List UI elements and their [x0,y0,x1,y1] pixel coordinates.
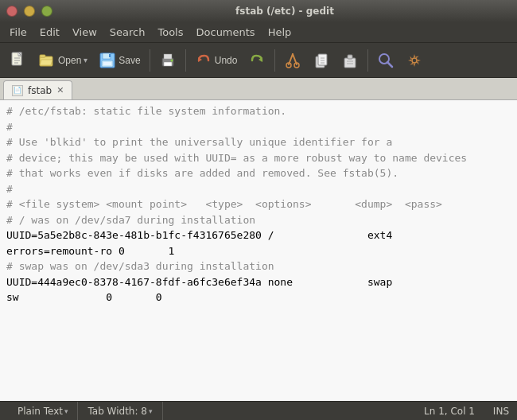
svg-rect-6 [40,55,45,57]
menu-file[interactable]: File [3,25,33,40]
save-button[interactable]: Save [94,49,145,72]
toolbar-separator-1 [150,49,150,72]
toolbar-separator-3 [274,49,275,72]
search-button[interactable] [372,49,399,72]
open-icon [38,52,56,69]
toolbar-separator-4 [367,49,368,72]
minimize-button[interactable] [24,6,35,17]
editor-area[interactable]: # /etc/fstab: static file system informa… [0,100,517,401]
menu-bar: File Edit View Search Tools Documents He… [0,22,517,43]
menu-documents[interactable]: Documents [190,25,262,40]
redo-icon [248,52,266,69]
svg-rect-28 [348,55,352,59]
svg-rect-11 [109,54,111,57]
cursor-position: Ln 1, Col 1 [424,406,475,417]
maximize-button[interactable] [41,6,52,17]
svg-rect-27 [344,58,356,68]
language-label: Plain Text [17,406,63,417]
language-selector[interactable]: Plain Text ▾ [8,402,78,420]
open-label: Open [58,55,81,66]
svg-rect-13 [164,54,172,59]
preferences-button[interactable] [401,49,428,72]
search-icon [377,52,395,69]
tab-fstab[interactable]: 📄 fstab ✕ [3,80,72,99]
svg-line-32 [387,62,392,67]
window-title: fstab (/etc) - gedit [59,6,511,17]
tab-label: fstab [28,85,52,96]
open-button[interactable]: Open ▾ [33,49,92,72]
tab-width-label: Tab Width: 8 [87,406,146,417]
menu-edit[interactable]: Edit [33,25,66,40]
new-icon [10,52,27,69]
menu-view[interactable]: View [66,25,103,40]
copy-icon [313,52,330,69]
paste-button[interactable] [336,49,363,72]
svg-rect-10 [103,62,111,65]
menu-search[interactable]: Search [103,25,152,40]
svg-point-15 [170,59,173,61]
close-button[interactable] [6,6,17,17]
print-button[interactable] [154,49,181,72]
insert-mode: INS [493,406,509,417]
new-button[interactable] [5,49,32,72]
tab-bar: 📄 fstab ✕ [0,78,517,100]
svg-rect-14 [164,62,172,66]
svg-rect-23 [318,54,327,65]
save-icon [99,52,116,69]
open-dropdown-arrow[interactable]: ▾ [84,56,87,64]
toolbar-separator-2 [185,49,186,72]
svg-point-33 [412,58,417,63]
toolbar: Open ▾ Save [0,43,517,78]
cursor-position-group: Ln 1, Col 1 INS [424,406,509,417]
print-icon [159,52,177,69]
language-dropdown-arrow: ▾ [64,407,68,415]
menu-tools[interactable]: Tools [151,25,189,40]
menu-help[interactable]: Help [262,25,298,40]
tab-file-icon: 📄 [12,85,23,96]
paste-icon [341,52,359,69]
status-bar: Plain Text ▾ Tab Width: 8 ▾ Ln 1, Col 1 … [0,401,517,420]
save-label: Save [119,55,140,66]
tab-width-dropdown-arrow: ▾ [149,407,153,415]
copy-button[interactable] [308,49,335,72]
cut-button[interactable] [279,49,306,72]
title-bar: fstab (/etc) - gedit [0,0,517,22]
editor-content: # /etc/fstab: static file system informa… [6,103,511,305]
undo-label: Undo [215,55,238,66]
cut-icon [284,52,301,69]
redo-button[interactable] [243,49,270,72]
tools-icon [406,52,423,69]
undo-button[interactable]: Undo [190,49,243,72]
tab-width-selector[interactable]: Tab Width: 8 ▾ [78,402,162,420]
tab-close-button[interactable]: ✕ [56,86,64,95]
undo-icon [195,52,212,69]
